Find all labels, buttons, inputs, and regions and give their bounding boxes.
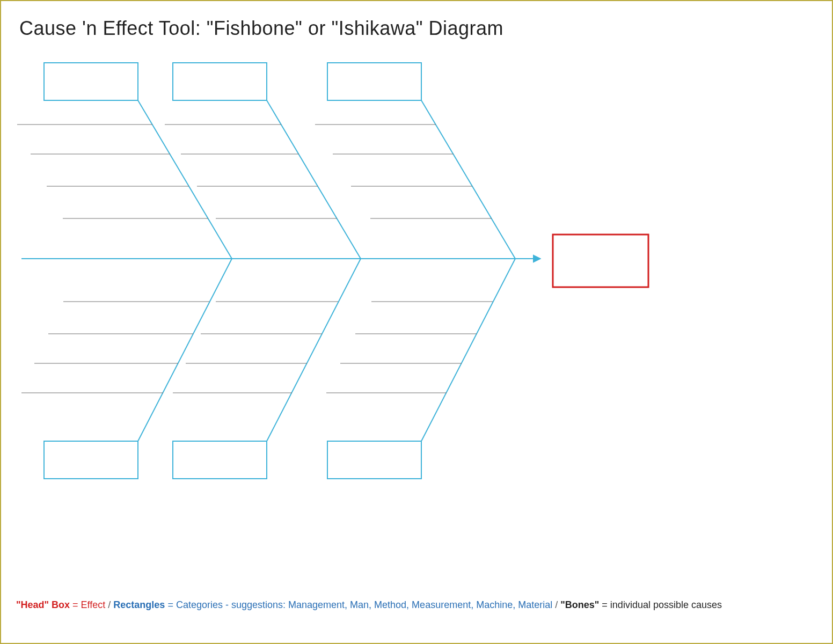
bone-bottom-3: [421, 259, 515, 441]
category-box-top-2[interactable]: [173, 63, 267, 100]
legend-sep-2: /: [552, 599, 560, 610]
category-box-top-3[interactable]: [327, 63, 421, 100]
bone-top-1: [138, 100, 232, 259]
bone-top-2: [267, 100, 361, 259]
category-box-top-1[interactable]: [44, 63, 138, 100]
legend-bones-equals: = individual possible causes: [599, 599, 722, 610]
category-box-bottom-1[interactable]: [44, 441, 138, 479]
page-title: Cause 'n Effect Tool: "Fishbone" or "Ish…: [19, 17, 503, 40]
page-frame: Cause 'n Effect Tool: "Fishbone" or "Ish…: [0, 0, 833, 644]
legend: "Head" Box = Effect / Rectangles = Categ…: [16, 599, 722, 611]
category-box-bottom-3[interactable]: [327, 441, 421, 479]
bone-bottom-2: [267, 259, 361, 441]
legend-head-label: "Head" Box: [16, 599, 70, 610]
legend-bones-label: "Bones": [560, 599, 599, 610]
bone-top-3: [421, 100, 515, 259]
bone-bottom-1: [138, 259, 232, 441]
effect-box[interactable]: [553, 235, 648, 287]
legend-rect-label: Rectangles: [113, 599, 165, 610]
legend-head-equals: = Effect: [70, 599, 105, 610]
category-box-bottom-2[interactable]: [173, 441, 267, 479]
fishbone-diagram: [1, 55, 833, 538]
legend-rect-equals: = Categories - suggestions: Management, …: [165, 599, 552, 610]
legend-sep-1: /: [105, 599, 113, 610]
